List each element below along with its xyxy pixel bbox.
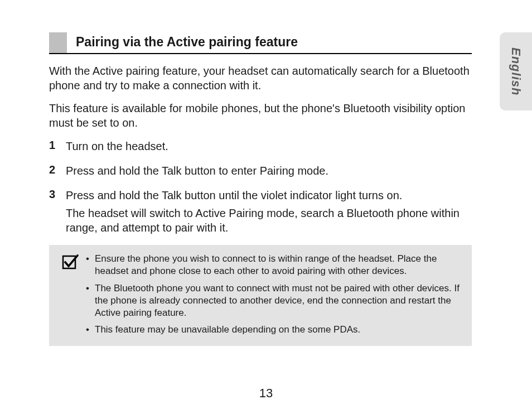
intro-block: With the Active pairing feature, your he… [49, 64, 472, 130]
step-text: Press and hold the Talk button to enter … [66, 165, 328, 177]
step-body: Press and hold the Talk button until the… [66, 188, 472, 235]
language-tab: English [500, 32, 532, 110]
step-number: 3 [49, 188, 66, 201]
step-body: Press and hold the Talk button to enter … [66, 163, 328, 178]
step-item: 1 Turn on the headset. [49, 139, 472, 153]
intro-paragraph-1: With the Active pairing feature, your he… [49, 64, 472, 93]
note-list: Ensure the phone you wish to connect to … [81, 253, 462, 336]
intro-paragraph-2: This feature is available for mobile pho… [49, 102, 472, 130]
page-number: 13 [0, 386, 532, 401]
step-item: 2 Press and hold the Talk button to ente… [49, 163, 472, 178]
heading-text: Pairing via the Active pairing feature [76, 32, 298, 53]
heading-marker [49, 32, 67, 53]
step-text: Press and hold the Talk button until the… [66, 189, 402, 201]
step-text: Turn on the headset. [66, 140, 168, 152]
language-tab-label: English [509, 47, 523, 95]
note-box: Ensure the phone you wish to connect to … [49, 245, 472, 346]
note-item: This feature may be unavailable dependin… [86, 324, 462, 336]
step-number: 2 [49, 163, 66, 176]
step-number: 1 [49, 139, 66, 152]
steps-list: 1 Turn on the headset. 2 Press and hold … [49, 139, 472, 235]
step-item: 3 Press and hold the Talk button until t… [49, 188, 472, 235]
note-item: Ensure the phone you wish to connect to … [86, 253, 462, 277]
note-item: The Bluetooth phone you want to connect … [86, 282, 462, 319]
section-heading: Pairing via the Active pairing feature [49, 32, 472, 54]
step-body: Turn on the headset. [66, 139, 168, 153]
checkmark-icon [59, 253, 81, 336]
step-extra-text: The headset will switch to Active Pairin… [66, 206, 472, 235]
